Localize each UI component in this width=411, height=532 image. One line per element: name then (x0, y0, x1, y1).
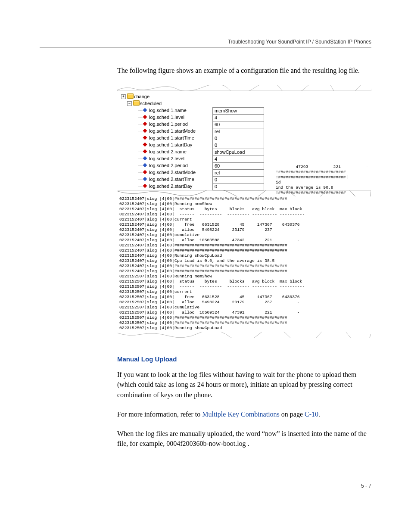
tree-attr-log-sched-1-level: ┈┈log.sched.1.level (121, 114, 212, 121)
tree-val-log-sched-1-startMode: rel (212, 128, 264, 135)
diamond-icon (143, 149, 147, 154)
torn-edge-top-icon (117, 85, 371, 91)
page-c10-link[interactable]: C-10 (305, 411, 318, 418)
diamond-icon (143, 143, 147, 147)
tree-val-log-sched-2-name: showCpuLoad (212, 149, 264, 156)
diamond-icon (143, 170, 147, 174)
diamond-icon (143, 177, 147, 181)
section-heading-manual-log-upload: Manual Log Upload (117, 355, 371, 363)
tree-attr-log-sched-2-startMode: ┈┈log.sched.2.startMode (121, 169, 212, 176)
tree-attr-log-sched-2-period: ┈┈log.sched.2.period (121, 162, 212, 169)
diamond-icon (143, 129, 147, 133)
intro-paragraph: The following figure shows an example of… (117, 65, 371, 75)
tree-val-log-sched-2-startTime: 0 (212, 177, 264, 184)
config-log-figure: +change −scheduled ┈┈log.sched.1.name┈┈l… (117, 85, 371, 338)
multiple-key-combinations-link[interactable]: Multiple Key Combinations (202, 411, 280, 418)
tree-node-change: +change (121, 93, 212, 100)
para2-post: . (318, 411, 320, 418)
tree-val-log-sched-1-startTime: 0 (212, 135, 264, 142)
collapse-icon: − (127, 101, 132, 106)
tree-val-log-sched-2-period: 60 (212, 163, 264, 170)
log-dump: 0223152407|slog |4|00|##################… (118, 196, 371, 332)
tree-attr-log-sched-1-name: ┈┈log.sched.1.name (121, 107, 212, 114)
config-tree: +change −scheduled ┈┈log.sched.1.name┈┈l… (118, 91, 212, 190)
diamond-icon (143, 122, 147, 126)
tree-attr-log-sched-2-level: ┈┈log.sched.2.level (121, 155, 212, 162)
diamond-icon (143, 184, 147, 188)
tree-attr-log-sched-2-startTime: ┈┈log.sched.2.startTime (121, 176, 212, 183)
diamond-icon (143, 108, 147, 112)
manual-upload-paragraph-2: For more information, refer to Multiple … (117, 409, 371, 419)
tree-val-log-sched-1-period: 60 (212, 121, 264, 128)
expand-icon: + (121, 94, 126, 99)
diamond-icon (143, 136, 147, 140)
tree-attr-log-sched-1-startTime: ┈┈log.sched.1.startTime (121, 134, 212, 141)
running-header: Troubleshooting Your SoundPoint IP / Sou… (40, 39, 371, 48)
tree-val-log-sched-1-startDay: 0 (212, 142, 264, 149)
tree-val-log-sched-1-level: 4 (212, 115, 264, 121)
diamond-icon (143, 115, 147, 119)
config-values-column: . . memShow460rel00showCpuLoad460rel00 (212, 91, 264, 190)
manual-upload-paragraph-1: If you want to look at the log files wit… (117, 370, 371, 400)
tree-val-log-sched-2-startDay: 0 (212, 184, 264, 190)
page-number: 5 - 7 (40, 483, 371, 489)
log-overlay-fragment: 47293 221 - !###########################… (276, 165, 368, 196)
tree-val-log-sched-2-startMode: rel (212, 170, 264, 177)
tree-attr-log-sched-1-startMode: ┈┈log.sched.1.startMode (121, 128, 212, 134)
diamond-icon (143, 163, 147, 168)
para2-mid: on page (280, 411, 305, 418)
tree-node-scheduled: −scheduled (121, 100, 212, 107)
tree-attr-log-sched-1-period: ┈┈log.sched.1.period (121, 121, 212, 128)
torn-edge-bottom-icon (118, 332, 371, 338)
tree-attr-log-sched-1-startDay: ┈┈log.sched.1.startDay (121, 141, 212, 148)
para2-pre: For more information, refer to (117, 411, 202, 418)
tree-attr-log-sched-2-startDay: ┈┈log.sched.2.startDay (121, 183, 212, 190)
tree-attr-log-sched-2-name: ┈┈log.sched.2.name (121, 148, 212, 155)
tree-val-log-sched-1-name: memShow (212, 107, 264, 115)
diamond-icon (143, 156, 147, 161)
manual-upload-paragraph-3: When the log files are manually uploaded… (117, 429, 371, 448)
tree-val-log-sched-2-level: 4 (212, 156, 264, 163)
